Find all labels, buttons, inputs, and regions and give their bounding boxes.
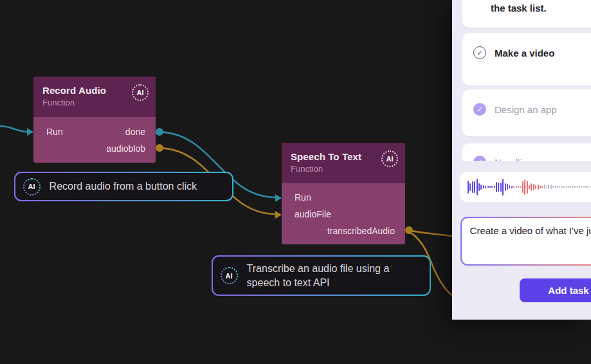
waveform-bar: [581, 186, 582, 188]
transcribedaudio-output-port[interactable]: [405, 226, 413, 234]
waveform-bar: [491, 186, 493, 188]
waveform-bar: [544, 185, 545, 189]
ai-badge-icon: AI: [221, 267, 238, 284]
waveform-bar: [529, 185, 530, 189]
waveform-bar: [483, 185, 484, 188]
waveform-bar: [548, 185, 549, 189]
panel-footer: Create a video of what I've ju Add task: [452, 161, 591, 320]
input-port-audiofile-label: audioFile: [295, 209, 331, 219]
waveform-bar: [555, 186, 556, 188]
waveform-bar: [572, 186, 574, 188]
waveform-bar: [516, 186, 517, 188]
task-label: Design an app: [495, 104, 557, 115]
waveform-bar: [485, 186, 486, 188]
record-audio-node[interactable]: Record Audio Function AI Run done audiob…: [33, 77, 156, 163]
waveform-bar: [496, 182, 497, 192]
waveform-bar: [535, 185, 536, 189]
waveform-bar: [480, 185, 482, 190]
waveform-bar: [500, 183, 502, 192]
check-circle-icon[interactable]: ✓: [473, 103, 486, 116]
waveform-bar: [566, 186, 567, 188]
tasks-panel: the task list. ✓ Make a video ✓ Design a…: [452, 0, 591, 320]
waveform-bar: [513, 186, 514, 188]
waveform-bar: [538, 185, 539, 190]
task-card[interactable]: ✓ Design an app: [462, 89, 591, 136]
task-input-border: Create a video of what I've ju: [460, 217, 591, 266]
exec-input-port-icon[interactable]: [275, 194, 282, 202]
done-output-port[interactable]: [156, 128, 163, 136]
ai-badge-icon: AI: [381, 150, 398, 167]
ai-badge-icon: AI: [23, 178, 41, 196]
waveform-bar: [574, 186, 576, 188]
waveform-bar: [568, 186, 569, 188]
ai-badge-icon: AI: [132, 84, 149, 101]
audiofile-input-port-icon[interactable]: [275, 211, 282, 219]
waveform-bar: [533, 184, 534, 190]
waveform-bar: [487, 186, 489, 188]
node-body: Run audioFile transcribedAudio: [282, 183, 405, 244]
wire-exec-entry: [0, 126, 28, 132]
output-port-audioblob-label: audioblob: [106, 143, 145, 154]
waveform-bar: [469, 183, 471, 191]
output-port-done-label: done: [125, 127, 145, 137]
waveform-bar: [498, 183, 499, 192]
output-port-transcribedaudio-label: transcribedAudio: [327, 226, 395, 236]
waveform-bar: [561, 186, 563, 188]
exec-input-port-icon[interactable]: [27, 128, 33, 136]
waveform-bar: [587, 186, 588, 188]
waveform-bar: [579, 186, 580, 188]
node-header: Speech To Text Function AI: [282, 143, 405, 183]
annotation-text: Record audio from a button click: [50, 179, 197, 194]
waveform-bar: [557, 186, 558, 188]
node-header: Record Audio Function AI: [33, 77, 156, 117]
waveform-bar: [552, 186, 554, 188]
waveform-bar: [509, 185, 510, 188]
speech-to-text-node[interactable]: Speech To Text Function AI Run audioFile…: [282, 143, 405, 244]
annotation-record-audio[interactable]: AI Record audio from a button click: [14, 172, 233, 201]
waveform-bar: [511, 186, 513, 188]
waveform-bar: [494, 186, 495, 188]
waveform-bar: [502, 179, 504, 196]
task-label: the task list.: [491, 3, 547, 14]
check-circle-icon[interactable]: ✓: [473, 46, 486, 59]
waveform-bar: [583, 186, 585, 188]
waveform-bar: [550, 185, 552, 189]
node-subtitle: Function: [42, 98, 148, 107]
waveform-bar: [522, 181, 523, 193]
task-label: Make a video: [495, 48, 554, 59]
waveform-bar: [531, 183, 532, 191]
waveform-bar: [489, 186, 491, 188]
audioblob-output-port[interactable]: [156, 144, 163, 152]
add-task-button[interactable]: Add task: [520, 278, 591, 302]
annotation-transcribe[interactable]: AI Transcribe an audio file using a spee…: [212, 255, 431, 296]
waveform-bar: [563, 186, 565, 188]
input-port-run-label: Run: [46, 127, 63, 137]
waveform-bar: [546, 186, 547, 188]
waveform-bar: [527, 181, 528, 194]
waveform-bar: [505, 183, 506, 191]
waveform-bar: [478, 183, 480, 191]
waveform-bar: [570, 186, 571, 188]
waveform-bar: [477, 179, 478, 196]
node-body: Run done audioblob: [33, 117, 156, 163]
waveform-bar: [541, 186, 543, 188]
node-subtitle: Function: [291, 164, 397, 174]
input-port-run-label: Run: [295, 192, 311, 203]
waveform-bar: [585, 186, 586, 188]
waveform-bar: [518, 186, 519, 188]
task-card[interactable]: the task list.: [462, 0, 591, 28]
waveform-bar: [524, 179, 525, 195]
waveform-bar: [507, 184, 508, 190]
annotation-text: Transcribe an audio file using a speech …: [247, 262, 413, 290]
waveform-bar: [559, 186, 560, 188]
task-input[interactable]: Create a video of what I've ju: [462, 218, 591, 265]
waveform-bar: [577, 186, 578, 188]
waveform-bar: [472, 181, 473, 193]
task-card[interactable]: ✓ Make a video: [462, 33, 591, 86]
waveform-bar: [540, 186, 541, 188]
waveform-bar: [468, 181, 469, 194]
waveform-bar: [474, 181, 475, 193]
audio-waveform: [460, 172, 591, 202]
waveform-bar: [520, 186, 521, 188]
